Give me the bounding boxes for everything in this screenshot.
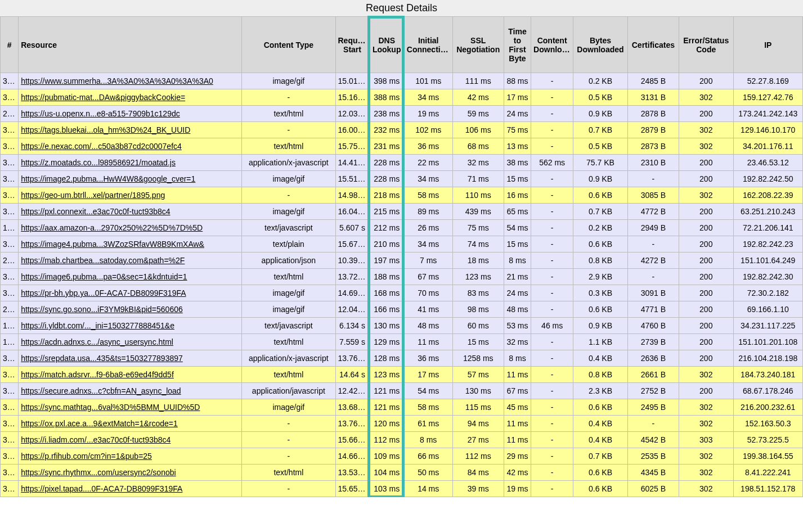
col-header-bytes-downloaded[interactable]: Bytes Downloaded: [573, 17, 628, 73]
resource-link[interactable]: https://tags.bluekai...ola_hm%3D%24_BK_U…: [21, 125, 190, 134]
table-row: 358https://pubmatic-mat...DAw&piggybackC…: [1, 89, 803, 106]
resource-link[interactable]: https://e.nexac.com/...c50a3b87cd2c0007e…: [21, 142, 182, 151]
cell-content-type: -: [242, 416, 335, 432]
col-header-dns-lookup[interactable]: DNS Lookup: [369, 17, 404, 73]
cell-bytes-downloaded: 0.8 KB: [573, 367, 628, 383]
cell-content-type: -: [242, 89, 335, 106]
cell-ip: 216.104.218.198: [733, 350, 802, 367]
cell-certificates: 2310 B: [627, 155, 679, 171]
cell-num: 336: [1, 448, 19, 465]
cell-status-code: 302: [679, 138, 733, 155]
resource-link[interactable]: https://www.summerha...3A%3A0%3A%3A0%3A%…: [21, 76, 213, 85]
col-header-resource[interactable]: Resource: [19, 17, 242, 73]
resource-link[interactable]: https://i.liadm.com/...e3ac70c0f-tuct93b…: [21, 435, 171, 444]
resource-link[interactable]: https://z.moatads.co...l989586921/moatad…: [21, 158, 176, 167]
cell-content-type: text/javascript: [242, 220, 335, 236]
cell-content-download: -: [531, 89, 573, 106]
cell-bytes-downloaded: 0.9 KB: [573, 106, 628, 122]
cell-resource: https://sync.go.sono...iF3YM9kBI&pid=560…: [19, 301, 242, 318]
col-header-ip[interactable]: IP: [733, 17, 802, 73]
table-row: 105https://aax.amazon-a...2970x250%22%5D…: [1, 220, 803, 236]
col-header-ssl-negotiation[interactable]: SSL Negotiation: [452, 17, 504, 73]
cell-initial-connection: 17 ms: [404, 367, 452, 383]
cell-ssl-negotiation: 32 ms: [452, 155, 504, 171]
cell-dns-lookup: 228 ms: [369, 171, 404, 187]
cell-content-download: -: [531, 301, 573, 318]
cell-bytes-downloaded: 1.1 KB: [573, 334, 628, 350]
cell-ip: 52.27.8.169: [733, 73, 802, 89]
resource-link[interactable]: https://pr-bh.ybp.ya...0F-ACA7-DB8099F31…: [21, 288, 186, 297]
resource-link[interactable]: https://aax.amazon-a...2970x250%22%5D%7D…: [21, 223, 203, 232]
cell-ttfb: 45 ms: [504, 399, 531, 416]
cell-content-download: -: [531, 448, 573, 465]
cell-initial-connection: 14 ms: [404, 481, 452, 497]
cell-content-download: -: [531, 220, 573, 236]
cell-dns-lookup: 238 ms: [369, 106, 404, 122]
cell-content-download: 46 ms: [531, 318, 573, 334]
resource-link[interactable]: https://secure.adnxs...c?cbfn=AN_async_l…: [21, 386, 181, 395]
request-details-table: # Resource Content Type Request Start DN…: [0, 16, 803, 497]
resource-link[interactable]: https://srepdata.usa...435&ts=1503277893…: [21, 354, 183, 363]
resource-link[interactable]: https://mab.chartbea...satoday.com&path=…: [21, 256, 185, 265]
resource-link[interactable]: https://i.yldbt.com/..._ini=150327788845…: [21, 321, 174, 330]
col-header-certificates[interactable]: Certificates: [627, 17, 679, 73]
resource-link[interactable]: https://p.rfihub.com/cm?in=1&pub=25: [21, 452, 152, 461]
cell-status-code: 302: [679, 187, 733, 204]
cell-status-code: 200: [679, 171, 733, 187]
cell-num: 376: [1, 481, 19, 497]
cell-dns-lookup: 215 ms: [369, 204, 404, 220]
cell-request-start: 7.559 s: [335, 334, 369, 350]
cell-ssl-negotiation: 106 ms: [452, 122, 504, 138]
resource-link[interactable]: https://sync.go.sono...iF3YM9kBI&pid=560…: [21, 305, 183, 314]
resource-link[interactable]: https://ox.pxl.ace.a...9&extMatch=1&rcod…: [21, 419, 178, 428]
cell-ttfb: 21 ms: [504, 269, 531, 285]
col-header-status-code[interactable]: Error/Status Code: [679, 17, 733, 73]
cell-ttfb: 65 ms: [504, 204, 531, 220]
table-row: 117https://i.yldbt.com/..._ini=150327788…: [1, 318, 803, 334]
cell-ssl-negotiation: 111 ms: [452, 73, 504, 89]
cell-ttfb: 53 ms: [504, 318, 531, 334]
cell-status-code: 200: [679, 383, 733, 399]
cell-content-type: -: [242, 122, 335, 138]
cell-resource: https://e.nexac.com/...c50a3b87cd2c0007e…: [19, 138, 242, 155]
cell-ttfb: 29 ms: [504, 448, 531, 465]
col-header-content-type[interactable]: Content Type: [242, 17, 335, 73]
col-header-ttfb[interactable]: Time to First Byte: [504, 17, 531, 73]
resource-link[interactable]: https://geo-um.btrll...xel/partner/1895.…: [21, 191, 165, 200]
resource-link[interactable]: https://us-u.openx.n...e8-a515-7909b1c12…: [21, 109, 180, 118]
col-header-content-download[interactable]: Content Download: [531, 17, 573, 73]
resource-link[interactable]: https://sync.rhythmx...com/usersync2/son…: [21, 468, 176, 477]
col-header-num[interactable]: #: [1, 17, 19, 73]
resource-link[interactable]: https://pixel.tapad....0F-ACA7-DB8099F31…: [21, 484, 182, 493]
cell-ssl-negotiation: 74 ms: [452, 236, 504, 253]
cell-content-download: -: [531, 73, 573, 89]
cell-initial-connection: 101 ms: [404, 73, 452, 89]
resource-link[interactable]: https://image4.pubma...3WZozSRfavW8B9KmX…: [21, 240, 204, 249]
cell-content-download: -: [531, 187, 573, 204]
cell-num: 353: [1, 187, 19, 204]
cell-bytes-downloaded: 0.9 KB: [573, 171, 628, 187]
resource-link[interactable]: https://acdn.adnxs.c.../async_usersync.h…: [21, 337, 173, 346]
cell-dns-lookup: 123 ms: [369, 367, 404, 383]
cell-num: 316: [1, 465, 19, 481]
resource-link[interactable]: https://match.adsrvr...f9-6ba8-e69ed4f9d…: [21, 370, 174, 379]
cell-resource: https://ox.pxl.ace.a...9&extMatch=1&rcod…: [19, 416, 242, 432]
resource-link[interactable]: https://pxl.connexit...e3ac70c0f-tuct93b…: [21, 207, 170, 216]
resource-link[interactable]: https://sync.mathtag...6val%3D%5BMM_UUID…: [21, 403, 200, 412]
col-header-initial-connection[interactable]: Initial Connection: [404, 17, 452, 73]
resource-link[interactable]: https://image2.pubma...HwW4W8&google_cve…: [21, 174, 195, 183]
resource-link[interactable]: https://image6.pubma...pa=0&sec=1&kdntui…: [21, 272, 187, 281]
cell-status-code: 200: [679, 334, 733, 350]
cell-certificates: 2636 B: [627, 350, 679, 367]
cell-ip: 184.73.240.181: [733, 367, 802, 383]
resource-link[interactable]: https://pubmatic-mat...DAw&piggybackCook…: [21, 93, 185, 102]
cell-ssl-negotiation: 130 ms: [452, 383, 504, 399]
cell-num: 326: [1, 350, 19, 367]
cell-bytes-downloaded: 0.9 KB: [573, 318, 628, 334]
cell-request-start: 13.537 s: [335, 465, 369, 481]
cell-status-code: 200: [679, 220, 733, 236]
col-header-request-start[interactable]: Request Start: [335, 17, 369, 73]
cell-dns-lookup: 228 ms: [369, 155, 404, 171]
cell-certificates: 4760 B: [627, 318, 679, 334]
cell-certificates: 2949 B: [627, 220, 679, 236]
